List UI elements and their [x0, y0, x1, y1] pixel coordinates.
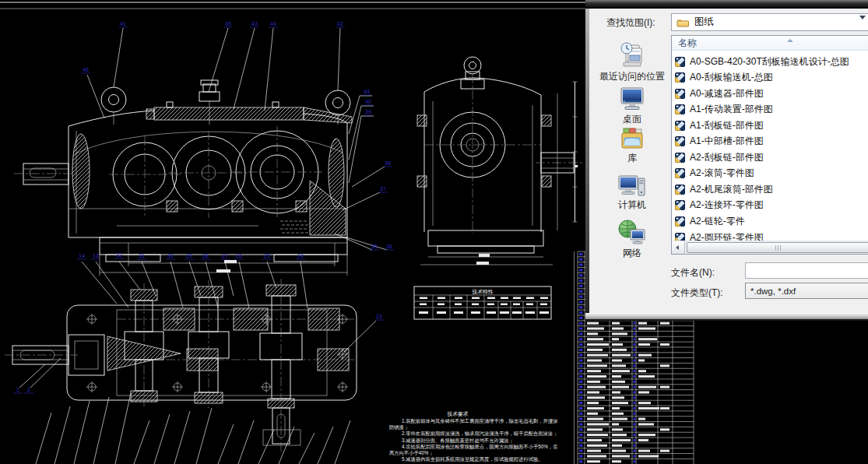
technical-requirements-notes: 技术要求1.装配前箱体与其余铸件不加工表面应清理干净，除去毛边毛刺，并浸涂防锈漆… — [389, 411, 557, 462]
sidebar-item-libraries[interactable]: 库 — [593, 127, 671, 165]
file-name-text: A2-滚筒-零件图 — [690, 167, 754, 180]
network-icon — [618, 220, 646, 245]
dwg-file-icon — [675, 104, 685, 114]
file-name-text: A0-刮板输送机-总图 — [690, 71, 773, 84]
svg-text:43: 43 — [251, 21, 258, 26]
look-in-combo[interactable]: 图纸 — [671, 13, 868, 31]
gearbox-plan-section-view — [5, 279, 357, 452]
file-name-label: 文件名(N): — [671, 266, 715, 279]
file-item[interactable]: A2-刮板链-部件图 — [675, 149, 764, 165]
dialog-titlebar[interactable] — [585, 0, 868, 9]
file-item[interactable]: A0-刮板输送机-总图 — [675, 70, 773, 86]
open-file-dialog: 查找范围(I): 图纸 最近访问的位置 — [585, 0, 868, 321]
sidebar-item-computer[interactable]: 计算机 — [593, 173, 671, 212]
dwg-file-icon — [675, 57, 685, 67]
svg-text:35: 35 — [371, 244, 378, 249]
arrow-left-icon — [676, 245, 679, 250]
svg-text:39: 39 — [365, 109, 371, 114]
svg-text:44: 44 — [364, 89, 370, 94]
tech-characteristics-table: 技术特性 — [414, 286, 551, 319]
dwg-file-icon — [675, 89, 685, 99]
chevron-down-icon[interactable] — [859, 16, 866, 19]
file-type-combo[interactable]: *.dwg, *.dxf — [745, 283, 868, 299]
file-type-value: *.dwg, *.dxf — [750, 286, 796, 296]
file-type-label: 文件类型(T): — [671, 286, 723, 300]
svg-text:27: 27 — [222, 253, 228, 258]
look-in-value: 图纸 — [694, 16, 714, 29]
file-name-text: A0-减速器-部件图 — [690, 87, 764, 100]
file-item[interactable]: A2-链轮-零件 — [675, 214, 745, 230]
file-name-text: A2-连接环-零件图 — [690, 199, 764, 212]
dwg-file-icon — [675, 185, 685, 195]
svg-text:2.零件在装配前用煤油清洗，轴承用汽油清洗干净，晾干后配合面: 2.零件在装配前用煤油清洗，轴承用汽油清洗干净，晾干后配合面涂油； — [402, 431, 557, 437]
svg-text:26: 26 — [236, 253, 242, 258]
cad-application-window: 技术特性 技术要求1.装配前箱体与其余铸件不加工表面应清理干净，除去毛边毛刺，并… — [0, 0, 868, 464]
place-label: 桌面 — [623, 114, 641, 125]
recent-places-icon — [619, 40, 645, 69]
sidebar-item-desktop[interactable]: 桌面 — [593, 87, 671, 126]
file-list: A0-SGB-420-30T刮板输送机设计-总图A0-刮板输送机-总图A0-减速… — [671, 35, 868, 255]
svg-text:13: 13 — [93, 253, 99, 258]
name-column-label: 名称 — [678, 37, 697, 48]
file-name-input[interactable] — [745, 262, 868, 279]
dwg-file-icon — [675, 200, 685, 210]
dwg-file-icon — [675, 216, 685, 227]
svg-text:25: 25 — [264, 253, 270, 258]
svg-text:41: 41 — [120, 21, 126, 26]
svg-text:28: 28 — [202, 253, 209, 258]
file-list-rows: A0-SGB-420-30T刮板输送机设计-总图A0-刮板输送机-总图A0-减速… — [672, 36, 868, 254]
svg-text:5.减速器内装全损耗系统用油至规定高度，按试验规程进行试验。: 5.减速器内装全损耗系统用油至规定高度，按试验规程进行试验。 — [402, 456, 543, 462]
folder-icon — [676, 17, 689, 27]
scrollbar-thumb[interactable] — [687, 242, 868, 253]
file-item[interactable]: A2-滚筒-零件图 — [675, 166, 754, 181]
scroll-left-button[interactable] — [672, 241, 685, 254]
file-item[interactable]: A2-机尾滚筒-部件图 — [675, 181, 773, 197]
svg-text:29: 29 — [186, 253, 192, 258]
file-item[interactable]: A0-减速器-部件图 — [675, 86, 764, 101]
dwg-file-icon — [675, 153, 685, 163]
svg-text:30: 30 — [167, 253, 174, 258]
tech-table-title: 技术特性 — [471, 289, 493, 295]
dwg-file-icon — [675, 168, 685, 178]
place-label: 最近访问的位置 — [599, 71, 665, 82]
file-item[interactable]: A1-传动装置-部件图 — [675, 102, 773, 118]
file-item[interactable]: A1-中部槽-部件图 — [675, 134, 764, 149]
svg-text:24: 24 — [297, 253, 304, 258]
desktop-icon — [619, 87, 645, 111]
svg-text:2: 2 — [27, 387, 30, 392]
sidebar-item-recent-places[interactable]: 最近访问的位置 — [593, 40, 671, 83]
file-name-text: A1-刮板链-部件图 — [690, 119, 764, 132]
look-in-label: 查找范围(I): — [606, 16, 655, 30]
tech-table-entries — [419, 297, 549, 315]
gearbox-front-view — [14, 80, 352, 276]
svg-text:技术要求: 技术要求 — [446, 411, 468, 417]
file-name-text: A2-链轮-零件 — [690, 215, 745, 228]
plan-view-leader-fan — [36, 393, 350, 464]
svg-text:45: 45 — [225, 21, 231, 26]
svg-text:44: 44 — [270, 21, 276, 26]
sidebar-item-network[interactable]: 网络 — [593, 220, 671, 260]
libraries-icon — [619, 127, 645, 150]
svg-text:32: 32 — [116, 252, 122, 258]
svg-text:1.装配前箱体与其余铸件不加工表面应清理干净，除去毛边毛刺，: 1.装配前箱体与其余铸件不加工表面应清理干净，除去毛边毛刺，并浸涂 — [402, 418, 557, 424]
svg-text:14: 14 — [79, 253, 85, 258]
place-label: 网络 — [623, 248, 641, 258]
horizontal-scrollbar[interactable] — [672, 241, 868, 254]
file-item[interactable]: A1-刮板链-部件图 — [675, 118, 764, 133]
file-item[interactable]: A0-SGB-420-30T刮板输送机设计-总图 — [675, 54, 849, 69]
gearbox-side-view — [417, 57, 582, 265]
file-name-text: A1-传动装置-部件图 — [690, 103, 773, 116]
dialog-bottom-border — [585, 313, 868, 321]
svg-text:1: 1 — [16, 387, 19, 392]
file-name-text: A0-SGB-420-30T刮板输送机设计-总图 — [690, 55, 849, 69]
dwg-file-icon — [675, 121, 685, 131]
file-item[interactable]: A2-连接环-零件图 — [675, 198, 764, 213]
svg-text:40: 40 — [365, 99, 371, 104]
svg-text:高方向不小于40%；: 高方向不小于40%； — [389, 450, 434, 456]
file-name-text: A1-中部槽-部件图 — [690, 135, 764, 148]
dwg-file-icon — [675, 72, 685, 83]
svg-text:4.齿轮装配后应用涂色法检查接触斑点，圆周方向接触面不小于5: 4.齿轮装配后应用涂色法检查接触斑点，圆周方向接触面不小于50%，齿 — [402, 444, 557, 450]
svg-text:36: 36 — [386, 244, 392, 249]
name-column-header[interactable]: 名称 — [672, 36, 868, 51]
svg-text:31: 31 — [139, 253, 145, 258]
